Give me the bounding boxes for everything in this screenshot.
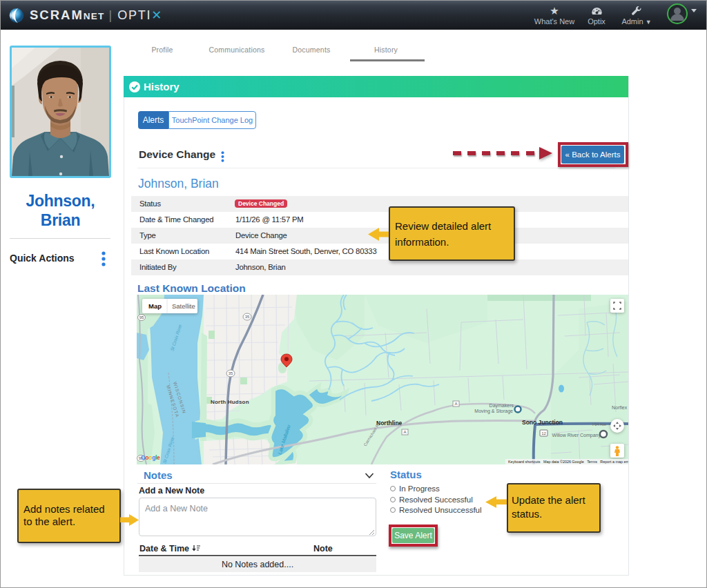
svg-text:Sono Junction: Sono Junction [522, 419, 563, 426]
svg-text:Moving & Storage: Moving & Storage [474, 409, 513, 414]
svg-text:Daymakers: Daymakers [490, 403, 514, 409]
svg-text:A: A [403, 430, 406, 434]
svg-text:Satellite: Satellite [172, 302, 195, 310]
svg-text:Norflex: Norflex [612, 405, 628, 410]
svg-text:35: 35 [229, 371, 233, 375]
svg-text:A: A [454, 402, 457, 406]
svg-text:95: 95 [139, 315, 144, 320]
svg-text:North Hudson: North Hudson [211, 399, 249, 405]
svg-text:Willow River Company: Willow River Company [552, 433, 601, 438]
svg-text:Map: Map [148, 302, 162, 310]
svg-text:I-94 Ave: I-94 Ave [592, 422, 606, 427]
svg-text:12: 12 [541, 431, 546, 435]
svg-text:Keyboard shortcuts Map data: Keyboard shortcuts Map data ©2026 Google… [508, 460, 628, 464]
svg-text:Northline: Northline [376, 420, 403, 427]
svg-text:Google: Google [141, 454, 160, 461]
svg-text:35: 35 [245, 315, 250, 319]
